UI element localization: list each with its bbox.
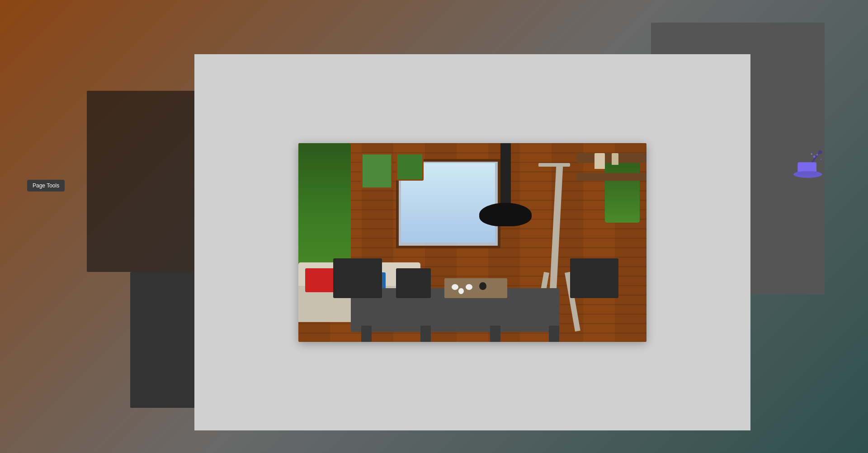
document-page	[298, 143, 646, 342]
magic-hat-container	[787, 147, 832, 192]
content-area: W Watermark Background	[194, 18, 750, 453]
canvas-area[interactable]	[194, 54, 750, 430]
thumbnail-image-3	[47, 275, 174, 365]
main-layout: Page Tools	[0, 18, 868, 453]
svg-point-28	[811, 153, 812, 154]
svg-point-34	[793, 171, 822, 177]
thumbnail-page-3[interactable]: 3	[32, 275, 189, 374]
svg-point-30	[820, 159, 821, 160]
svg-point-29	[816, 154, 818, 155]
svg-point-27	[813, 155, 815, 158]
thumbnail-panel[interactable]: 1	[27, 18, 194, 453]
svg-point-26	[818, 150, 822, 154]
thumbnail-photo-3	[48, 276, 173, 364]
magic-hat-illustration	[787, 143, 832, 197]
